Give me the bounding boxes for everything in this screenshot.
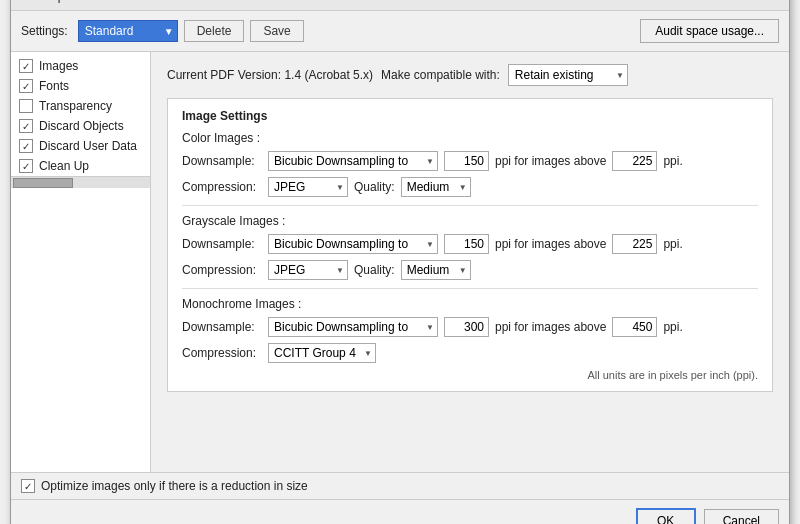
monochrome-compression-row: Compression: CCITT Group 4	[182, 343, 758, 363]
monochrome-downsample-ppi-input[interactable]	[444, 317, 489, 337]
grayscale-ppi-label: ppi.	[663, 237, 682, 251]
grayscale-compression-select-wrapper: JPEG	[268, 260, 348, 280]
ok-button[interactable]: OK	[636, 508, 696, 524]
pdf-optimizer-dialog: PDF Optimizer ✕ Settings: Standard ▼ Del…	[10, 0, 790, 524]
color-downsample-row: Downsample: Bicubic Downsampling to ppi …	[182, 151, 758, 171]
grayscale-downsample-ppi-input[interactable]	[444, 234, 489, 254]
optimize-checkbox[interactable]: ✓	[21, 479, 35, 493]
discard-user-data-checkbox[interactable]: ✓	[19, 139, 33, 153]
color-downsample-ppi-input[interactable]	[444, 151, 489, 171]
monochrome-compression-select[interactable]: CCITT Group 4	[268, 343, 376, 363]
delete-button[interactable]: Delete	[184, 20, 245, 42]
dialog-title: PDF Optimizer	[21, 0, 100, 3]
grayscale-quality-label: Quality:	[354, 263, 395, 277]
monochrome-images-subtitle: Monochrome Images :	[182, 297, 758, 311]
clean-up-checkbox[interactable]: ✓	[19, 159, 33, 173]
audit-button[interactable]: Audit space usage...	[640, 19, 779, 43]
sidebar-scrollbar[interactable]	[11, 176, 150, 188]
monochrome-compression-select-wrapper: CCITT Group 4	[268, 343, 376, 363]
main-content: ✓ Images ✓ Fonts Transparency ✓ Discard …	[11, 52, 789, 472]
current-version-label: Current PDF Version: 1.4 (Acrobat 5.x)	[167, 68, 373, 82]
divider-1	[182, 205, 758, 206]
footer: OK Cancel	[11, 499, 789, 524]
sidebar-item-clean-up[interactable]: ✓ Clean Up	[11, 156, 150, 176]
sidebar-item-discard-user-data[interactable]: ✓ Discard User Data	[11, 136, 150, 156]
sidebar-item-transparency[interactable]: Transparency	[11, 96, 150, 116]
images-checkbox[interactable]: ✓	[19, 59, 33, 73]
grayscale-above-ppi-input[interactable]	[612, 234, 657, 254]
sidebar-discard-user-data-label: Discard User Data	[39, 139, 137, 153]
sidebar-item-discard-objects[interactable]: ✓ Discard Objects	[11, 116, 150, 136]
optimize-label: Optimize images only if there is a reduc…	[41, 479, 308, 493]
cancel-button[interactable]: Cancel	[704, 509, 779, 524]
close-button[interactable]: ✕	[763, 0, 779, 4]
color-downsample-select-wrapper: Bicubic Downsampling to	[268, 151, 438, 171]
grayscale-downsample-select[interactable]: Bicubic Downsampling to	[268, 234, 438, 254]
color-compression-row: Compression: JPEG Quality: Medium	[182, 177, 758, 197]
grayscale-images-subtitle: Grayscale Images :	[182, 214, 758, 228]
settings-dropdown[interactable]: Standard	[78, 20, 178, 42]
color-quality-select-wrapper: Medium	[401, 177, 471, 197]
sidebar: ✓ Images ✓ Fonts Transparency ✓ Discard …	[11, 52, 151, 472]
grayscale-quality-select[interactable]: Medium	[401, 260, 471, 280]
sidebar-clean-up-label: Clean Up	[39, 159, 89, 173]
color-downsample-label: Downsample:	[182, 154, 262, 168]
monochrome-above-label: ppi for images above	[495, 320, 606, 334]
image-settings-section: Image Settings Color Images : Downsample…	[167, 98, 773, 392]
sidebar-transparency-label: Transparency	[39, 99, 112, 113]
transparency-checkbox[interactable]	[19, 99, 33, 113]
grayscale-downsample-select-wrapper: Bicubic Downsampling to	[268, 234, 438, 254]
sidebar-item-images[interactable]: ✓ Images	[11, 56, 150, 76]
image-settings-title: Image Settings	[182, 109, 758, 123]
monochrome-compression-label: Compression:	[182, 346, 262, 360]
monochrome-downsample-row: Downsample: Bicubic Downsampling to ppi …	[182, 317, 758, 337]
sidebar-scrollbar-thumb[interactable]	[13, 178, 73, 188]
grayscale-compression-label: Compression:	[182, 263, 262, 277]
grayscale-downsample-row: Downsample: Bicubic Downsampling to ppi …	[182, 234, 758, 254]
color-compression-select-wrapper: JPEG	[268, 177, 348, 197]
monochrome-ppi-label: ppi.	[663, 320, 682, 334]
color-quality-label: Quality:	[354, 180, 395, 194]
all-units-label: All units are in pixels per inch (ppi).	[182, 369, 758, 381]
grayscale-above-label: ppi for images above	[495, 237, 606, 251]
sidebar-discard-objects-label: Discard Objects	[39, 119, 124, 133]
grayscale-compression-row: Compression: JPEG Quality: Medium	[182, 260, 758, 280]
settings-dropdown-wrapper: Standard ▼	[78, 20, 178, 42]
color-ppi-label: ppi.	[663, 154, 682, 168]
optimize-row: ✓ Optimize images only if there is a red…	[11, 472, 789, 499]
monochrome-above-ppi-input[interactable]	[612, 317, 657, 337]
settings-bar: Settings: Standard ▼ Delete Save Audit s…	[11, 11, 789, 52]
sidebar-item-fonts[interactable]: ✓ Fonts	[11, 76, 150, 96]
color-compression-label: Compression:	[182, 180, 262, 194]
color-compression-select[interactable]: JPEG	[268, 177, 348, 197]
sidebar-images-label: Images	[39, 59, 78, 73]
make-compat-label: Make compatible with:	[381, 68, 500, 82]
make-compat-dropdown-wrapper: Retain existing	[508, 64, 628, 86]
content-area: Current PDF Version: 1.4 (Acrobat 5.x) M…	[151, 52, 789, 472]
color-images-subtitle: Color Images :	[182, 131, 758, 145]
color-quality-select[interactable]: Medium	[401, 177, 471, 197]
title-bar: PDF Optimizer ✕	[11, 0, 789, 11]
color-above-label: ppi for images above	[495, 154, 606, 168]
discard-objects-checkbox[interactable]: ✓	[19, 119, 33, 133]
version-row: Current PDF Version: 1.4 (Acrobat 5.x) M…	[167, 64, 773, 86]
fonts-checkbox[interactable]: ✓	[19, 79, 33, 93]
settings-label: Settings:	[21, 24, 68, 38]
grayscale-compression-select[interactable]: JPEG	[268, 260, 348, 280]
divider-2	[182, 288, 758, 289]
make-compat-dropdown[interactable]: Retain existing	[508, 64, 628, 86]
save-button[interactable]: Save	[250, 20, 303, 42]
sidebar-fonts-label: Fonts	[39, 79, 69, 93]
color-above-ppi-input[interactable]	[612, 151, 657, 171]
monochrome-downsample-label: Downsample:	[182, 320, 262, 334]
monochrome-downsample-select[interactable]: Bicubic Downsampling to	[268, 317, 438, 337]
grayscale-quality-select-wrapper: Medium	[401, 260, 471, 280]
color-downsample-select[interactable]: Bicubic Downsampling to	[268, 151, 438, 171]
grayscale-downsample-label: Downsample:	[182, 237, 262, 251]
monochrome-downsample-select-wrapper: Bicubic Downsampling to	[268, 317, 438, 337]
